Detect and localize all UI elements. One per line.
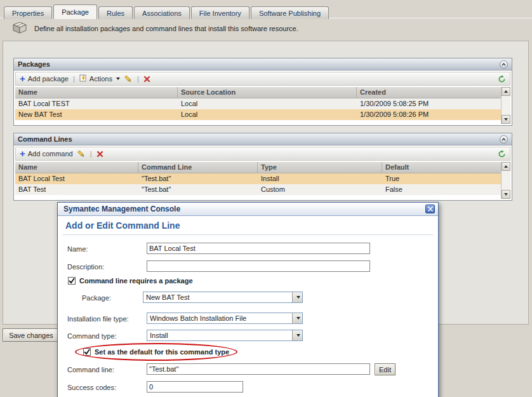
success-codes-field[interactable] bbox=[147, 381, 243, 393]
tab-package[interactable]: Package bbox=[53, 4, 97, 19]
actions-icon bbox=[79, 74, 87, 83]
close-icon[interactable] bbox=[425, 205, 435, 213]
column-header-created[interactable]: Created bbox=[357, 87, 501, 98]
pencil-icon bbox=[77, 150, 86, 158]
packages-toolbar: + Add package | Actions | bbox=[15, 72, 510, 86]
scroll-down-icon[interactable] bbox=[502, 190, 510, 199]
tab-file-inventory[interactable]: File Inventory bbox=[191, 6, 249, 19]
command-line-cell: "Test.bat" bbox=[138, 173, 258, 184]
dropdown-arrow-icon[interactable] bbox=[292, 292, 302, 302]
edit-button[interactable]: Edit bbox=[375, 363, 396, 375]
refresh-icon bbox=[498, 150, 506, 158]
command-line-field[interactable] bbox=[147, 363, 370, 375]
tab-rules[interactable]: Rules bbox=[98, 6, 133, 19]
tab-associations[interactable]: Associations bbox=[134, 6, 190, 19]
dialog-titlebar[interactable]: Symantec Management Console bbox=[58, 203, 438, 216]
tab-properties[interactable]: Properties bbox=[4, 6, 52, 19]
tab-package-label: Package bbox=[62, 8, 89, 16]
toolbar-divider: | bbox=[73, 75, 75, 83]
tab-software-publishing[interactable]: Software Publishing bbox=[251, 6, 329, 19]
command-row-selected[interactable]: BAT Local Test "Test.bat" Install True bbox=[15, 173, 501, 184]
collapse-packages-button[interactable] bbox=[500, 60, 508, 69]
scroll-up-icon[interactable] bbox=[502, 162, 510, 171]
toolbar-divider: | bbox=[137, 75, 139, 83]
set-default-checkbox[interactable] bbox=[83, 348, 91, 356]
dropdown-arrow-icon[interactable] bbox=[292, 330, 302, 340]
refresh-packages-button[interactable] bbox=[498, 75, 506, 83]
chevron-down-icon bbox=[116, 77, 120, 80]
package-created-cell: 1/30/2009 5:08:26 PM bbox=[357, 109, 501, 120]
packages-panel: Packages + Add package | Act bbox=[13, 58, 512, 126]
command-type-label: Command type: bbox=[67, 332, 117, 340]
command-row[interactable]: BAT Test "Test.bat" Custom False bbox=[15, 184, 501, 195]
command-lines-toolbar: + Add command | bbox=[15, 147, 510, 161]
package-row[interactable]: BAT Local TEST Local 1/30/2009 5:08:25 P… bbox=[15, 98, 501, 109]
actions-menu-button[interactable]: Actions bbox=[79, 74, 120, 83]
save-changes-button[interactable]: Save changes bbox=[3, 328, 60, 342]
package-source-cell: Local bbox=[178, 98, 357, 109]
command-lines-panel-title: Command Lines bbox=[18, 135, 72, 143]
add-icon: + bbox=[20, 76, 25, 82]
command-default-cell: True bbox=[382, 173, 501, 184]
packages-table-header: Name Source Location Created bbox=[15, 87, 501, 98]
tab-rules-label: Rules bbox=[107, 10, 124, 17]
command-lines-table: Name Command Line Type Default BAT Local… bbox=[15, 162, 510, 199]
dropdown-arrow-icon[interactable] bbox=[292, 313, 302, 323]
package-name-cell: New BAT Test bbox=[15, 109, 178, 120]
package-source-cell: Local bbox=[178, 109, 357, 120]
delete-x-icon bbox=[96, 151, 103, 158]
command-type-cell: Install bbox=[258, 173, 382, 184]
command-lines-panel: Command Lines + Add command | bbox=[13, 133, 512, 201]
package-dropdown-value: New BAT Test bbox=[143, 293, 292, 301]
command-line-cell: "Test.bat" bbox=[138, 184, 258, 195]
description-field[interactable] bbox=[147, 260, 370, 272]
column-header-type[interactable]: Type bbox=[258, 162, 382, 173]
package-dropdown[interactable]: New BAT Test bbox=[143, 292, 303, 303]
delete-command-button[interactable] bbox=[96, 151, 103, 158]
column-header-command-line[interactable]: Command Line bbox=[138, 162, 258, 173]
command-name-cell: BAT Local Test bbox=[15, 173, 138, 184]
command-type-dropdown[interactable]: Install bbox=[147, 330, 303, 341]
packages-table-main: Name Source Location Created BAT Local T… bbox=[15, 87, 501, 124]
scroll-down-icon[interactable] bbox=[502, 115, 510, 124]
packages-panel-title: Packages bbox=[18, 60, 50, 68]
add-command-label: Add command bbox=[28, 150, 73, 158]
edit-command-button[interactable] bbox=[77, 150, 86, 158]
command-lines-panel-header: Command Lines bbox=[14, 133, 512, 145]
requires-package-checkbox[interactable] bbox=[68, 277, 76, 285]
packages-scrollbar[interactable] bbox=[501, 87, 510, 124]
column-header-name[interactable]: Name bbox=[15, 162, 138, 173]
column-header-name[interactable]: Name bbox=[15, 87, 178, 98]
add-icon: + bbox=[20, 151, 25, 157]
table-empty-space bbox=[15, 195, 501, 199]
column-header-source-location[interactable]: Source Location bbox=[178, 87, 357, 98]
pencil-icon bbox=[124, 75, 133, 83]
tab-file-inventory-label: File Inventory bbox=[199, 10, 241, 17]
add-edit-command-line-dialog: Symantec Management Console Add or Edit … bbox=[57, 202, 439, 397]
add-package-button[interactable]: + Add package bbox=[20, 75, 69, 83]
name-field[interactable] bbox=[147, 243, 370, 254]
packages-panel-body: + Add package | Actions | bbox=[14, 71, 512, 125]
command-lines-scrollbar[interactable] bbox=[501, 162, 510, 199]
edit-package-button[interactable] bbox=[124, 75, 133, 83]
check-icon bbox=[69, 278, 75, 284]
refresh-icon bbox=[498, 75, 506, 83]
add-package-label: Add package bbox=[28, 75, 69, 83]
scroll-up-icon[interactable] bbox=[502, 87, 510, 96]
command-line-label: Command line: bbox=[67, 366, 114, 373]
collapse-command-lines-button[interactable] bbox=[500, 135, 508, 144]
add-command-button[interactable]: + Add command bbox=[20, 150, 73, 158]
dialog-heading: Add or Edit Command Line bbox=[63, 216, 433, 235]
table-empty-space bbox=[15, 120, 501, 124]
package-created-cell: 1/30/2009 5:08:25 PM bbox=[357, 98, 501, 109]
refresh-command-lines-button[interactable] bbox=[498, 150, 506, 158]
installation-file-type-value: Windows Batch Installation File bbox=[147, 314, 292, 322]
delete-package-button[interactable] bbox=[143, 76, 150, 83]
installation-file-type-dropdown[interactable]: Windows Batch Installation File bbox=[147, 313, 303, 324]
actions-label: Actions bbox=[90, 75, 112, 83]
command-type-value: Install bbox=[147, 332, 292, 339]
requires-package-label: Command line requires a package bbox=[79, 277, 193, 285]
column-header-default[interactable]: Default bbox=[382, 162, 501, 173]
package-name-cell: BAT Local TEST bbox=[15, 98, 178, 109]
package-row-selected[interactable]: New BAT Test Local 1/30/2009 5:08:26 PM bbox=[15, 109, 501, 120]
